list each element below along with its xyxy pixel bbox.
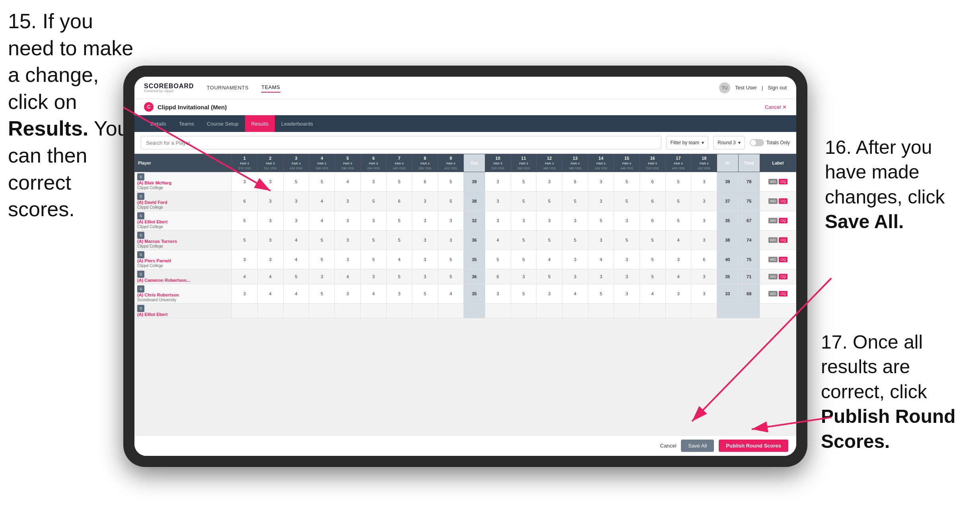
score-cell[interactable]: 5 [640,250,665,269]
score-cell[interactable] [231,304,257,318]
score-cell[interactable]: 5 [283,172,309,192]
score-cell[interactable]: 3 [588,192,614,211]
dq-button[interactable]: DQ [779,291,788,296]
score-cell[interactable]: 5 [511,250,537,269]
score-cell[interactable]: 5 [485,250,511,269]
score-cell[interactable]: 3 [562,250,588,269]
score-cell[interactable]: 5 [386,269,412,284]
nav-tournaments[interactable]: TOURNAMENTS [207,83,249,92]
score-cell[interactable] [562,304,588,318]
score-cell[interactable] [588,304,614,318]
score-cell[interactable]: 3 [485,172,511,192]
score-cell[interactable]: 3 [691,269,717,284]
score-cell[interactable]: 3 [257,211,283,231]
score-cell[interactable]: 5 [511,192,537,211]
score-cell[interactable]: 3 [361,269,387,284]
score-cell[interactable]: 3 [335,231,361,250]
score-cell[interactable]: 3 [485,211,511,231]
score-cell[interactable]: 5 [309,284,335,304]
score-cell[interactable]: 4 [361,284,387,304]
score-cell[interactable] [257,304,283,318]
score-cell[interactable]: 6 [231,192,257,211]
score-cell[interactable]: 3 [231,172,257,192]
score-cell[interactable]: 4 [283,231,309,250]
player-name[interactable]: (A) Elliot Ebert [137,312,229,317]
score-cell[interactable]: 3 [691,284,717,304]
player-name[interactable]: (A) Blair McHarg [137,180,229,185]
score-cell[interactable]: 3 [257,250,283,269]
score-cell[interactable]: 5 [231,211,257,231]
score-cell[interactable]: 3 [665,250,691,269]
score-cell[interactable]: 5 [511,172,537,192]
score-cell[interactable]: 4 [438,284,464,304]
score-cell[interactable]: 3 [614,284,640,304]
score-cell[interactable]: 6 [386,192,412,211]
player-name[interactable]: (A) Cameron Robertson... [137,278,229,283]
score-cell[interactable]: 3 [361,172,387,192]
tab-results[interactable]: Results [245,115,275,132]
cancel-tournament-link[interactable]: Cancel ✕ [765,104,787,110]
score-cell[interactable]: 4 [309,211,335,231]
score-cell[interactable]: 3 [283,192,309,211]
score-cell[interactable]: 5 [511,231,537,250]
score-cell[interactable]: 6 [412,172,438,192]
score-cell[interactable]: 5 [386,211,412,231]
score-cell[interactable]: 6 [640,211,665,231]
score-cell[interactable]: 3 [231,284,257,304]
score-cell[interactable]: 3 [562,269,588,284]
totals-only-toggle[interactable]: Totals Only [750,139,790,146]
score-cell[interactable]: 5 [309,250,335,269]
score-cell[interactable] [438,304,464,318]
dq-button[interactable]: DQ [779,218,788,223]
score-cell[interactable]: 4 [257,284,283,304]
score-cell[interactable] [309,304,335,318]
dq-button[interactable]: DQ [779,237,788,243]
wd-button[interactable]: WD [768,274,778,279]
score-cell[interactable]: 5 [511,284,537,304]
dq-button[interactable]: DQ [779,179,788,184]
score-cell[interactable]: 5 [438,269,464,284]
score-cell[interactable]: 3 [485,192,511,211]
tab-leaderboards[interactable]: Leaderboards [275,115,319,132]
save-all-button[interactable]: Save All [681,440,714,452]
score-cell[interactable]: 5 [386,172,412,192]
score-cell[interactable] [511,304,537,318]
toggle-track[interactable] [750,139,764,146]
score-cell[interactable]: 3 [412,211,438,231]
score-cell[interactable]: 5 [640,269,665,284]
nav-teams[interactable]: TEAMS [261,83,280,93]
score-cell[interactable]: 3 [438,211,464,231]
dq-button[interactable]: DQ [779,198,788,204]
filter-team-dropdown[interactable]: Filter by team ▾ [666,136,709,149]
score-cell[interactable]: 6 [485,269,511,284]
score-cell[interactable] [335,304,361,318]
score-cell[interactable]: 5 [361,250,387,269]
score-cell[interactable]: 5 [438,250,464,269]
score-cell[interactable]: 3 [485,284,511,304]
score-cell[interactable]: 3 [257,172,283,192]
wd-button[interactable]: WD [768,218,778,223]
score-cell[interactable] [386,304,412,318]
score-cell[interactable]: 3 [588,231,614,250]
score-cell[interactable]: 4 [283,284,309,304]
score-cell[interactable]: 5 [412,284,438,304]
score-cell[interactable]: 3 [511,211,537,231]
score-cell[interactable]: 5 [562,192,588,211]
score-cell[interactable]: 3 [335,250,361,269]
score-cell[interactable]: 5 [665,172,691,192]
tab-teams[interactable]: Teams [173,115,200,132]
score-cell[interactable]: 6 [562,172,588,192]
score-cell[interactable]: 4 [231,269,257,284]
score-cell[interactable]: 5 [537,192,562,211]
score-cell[interactable]: 5 [309,231,335,250]
tab-details[interactable]: Details [144,115,173,132]
wd-button[interactable]: WD [768,179,778,184]
score-cell[interactable]: 5 [588,211,614,231]
tab-course-setup[interactable]: Course Setup [200,115,245,132]
score-cell[interactable] [640,304,665,318]
player-name[interactable]: (A) David Ford [137,200,229,205]
score-cell[interactable]: 5 [386,231,412,250]
score-cell[interactable]: 4 [665,269,691,284]
scores-table-container[interactable]: Player 1PAR 4370 YDS 2PAR 5511 YDS 3PAR … [134,154,796,318]
signout-link[interactable]: Sign out [768,85,787,91]
